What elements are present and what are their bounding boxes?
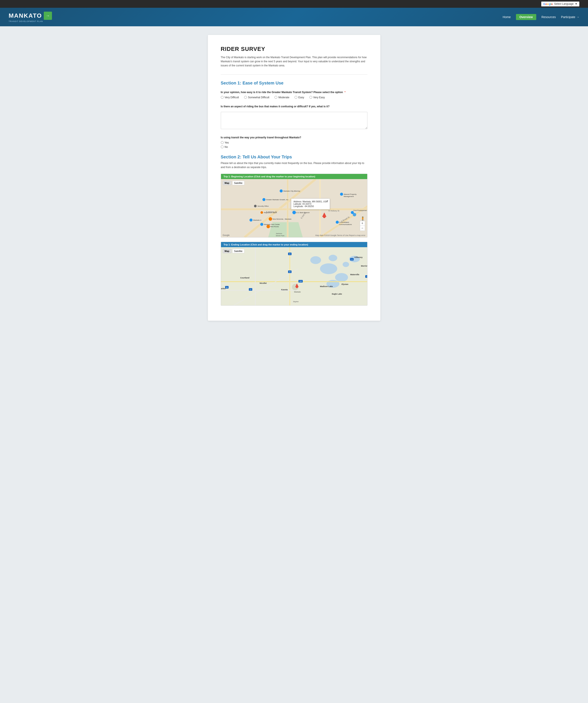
q1-radio-group: Very Difficult Somewhat Difficult Modera…	[221, 96, 367, 99]
top-bar: Google Select Language ▼	[0, 0, 588, 8]
section2-description: Please tell us about the trips that you …	[221, 161, 367, 169]
nav-participate[interactable]: Participate →	[561, 15, 579, 19]
survey-title: RIDER SURVEY	[221, 46, 367, 52]
logo-text: MANKATO	[9, 12, 42, 19]
q2-label: Is there an aspect of riding the bus tha…	[221, 105, 367, 108]
svg-text:Nicollet: Nicollet	[260, 282, 267, 284]
google-logo: Google	[543, 2, 553, 6]
section2-title: Section 2: Tell Us About Your Trips	[221, 155, 367, 159]
main-nav: Home Overview Resources Participate →	[503, 14, 579, 20]
q1-label: In your opinion, how easy is it to ride …	[221, 91, 367, 94]
svg-text:Mankato 4: Mankato 4	[253, 219, 261, 221]
map1-footer: Map data ©2018 Google Terms of Use Repor…	[315, 234, 365, 236]
svg-text:Greater Mankato Growth, Inc: Greater Mankato Growth, Inc	[266, 199, 288, 201]
nav-overview[interactable]: Overview	[516, 14, 536, 20]
svg-point-29	[267, 225, 270, 228]
svg-text:Consolidated: Consolidated	[339, 221, 349, 223]
svg-point-27	[269, 217, 272, 221]
svg-text:Red Rocks: Red Rocks	[270, 226, 279, 228]
survey-description: The City of Mankato is starting work on …	[221, 55, 367, 68]
q1-radio-somewhat-difficult[interactable]	[244, 96, 247, 99]
svg-text:Management: Management	[344, 196, 354, 198]
svg-text:99: 99	[289, 271, 291, 272]
q2-textarea[interactable]	[221, 112, 367, 129]
svg-text:Communications: Communications	[339, 224, 352, 225]
popup-close-icon[interactable]: ✕	[326, 200, 328, 203]
svg-text:Searles: Searles	[221, 288, 226, 290]
svg-text:Mankato: Mankato	[294, 291, 301, 293]
nav-resources[interactable]: Resources	[541, 15, 556, 19]
svg-point-37	[292, 211, 296, 214]
map2-container: Trip 1: Ending Location (Click and drag …	[221, 242, 367, 306]
svg-text:Mankato City Attorney: Mankato City Attorney	[283, 190, 300, 192]
map1-area[interactable]: S 2nd St S Broad St E Hickory St E Hicko…	[221, 179, 367, 237]
map2-tab-satellite[interactable]: Satellite	[232, 249, 244, 253]
map1-header: Trip 1: Beginning Location (Click and dr…	[221, 174, 367, 179]
q1-option-very-easy[interactable]: Very Easy	[309, 96, 325, 99]
q1-radio-moderate[interactable]	[275, 96, 277, 99]
map1-zoom-controls: + −	[360, 221, 365, 231]
q3-radio-yes[interactable]	[221, 141, 224, 144]
svg-text:Jackson: Jackson	[276, 233, 282, 234]
q3-radio-no[interactable]	[221, 146, 224, 148]
svg-text:Madison Lake: Madison Lake	[320, 285, 333, 288]
svg-text:165: 165	[299, 281, 302, 282]
map1-controls: Map Satellite	[223, 181, 244, 185]
q3-option-yes[interactable]: Yes	[221, 141, 367, 144]
svg-text:Skyline: Skyline	[293, 301, 299, 303]
map1-tab-satellite[interactable]: Satellite	[232, 181, 244, 185]
svg-text:Atwood Property: Atwood Property	[344, 193, 356, 195]
street-view-icon[interactable]: 🧍	[360, 216, 365, 221]
q1-label-somewhat-difficult: Somewhat Difficult	[248, 96, 269, 99]
q1-radio-easy[interactable]	[295, 96, 297, 99]
q3-label: Is using transit the way you primarily t…	[221, 136, 367, 139]
select-language-label: Select Language	[554, 2, 574, 5]
q1-option-somewhat-difficult[interactable]: Somewhat Difficult	[244, 96, 269, 99]
popup-longitude: Longitude: -94.00250	[293, 205, 327, 208]
q3-radio-group: Yes No	[221, 141, 367, 149]
map2-header: Trip 1: Ending Location (Click and drag …	[221, 242, 367, 247]
svg-point-25	[260, 223, 263, 226]
q1-option-moderate[interactable]: Moderate	[275, 96, 289, 99]
svg-text:Elysian: Elysian	[342, 283, 349, 285]
map2-controls: Map Satellite	[223, 249, 244, 253]
svg-point-49	[320, 263, 337, 274]
main-content: RIDER SURVEY The City of Mankato is star…	[208, 35, 380, 321]
question-1: In your opinion, how easy is it to ride …	[221, 91, 367, 99]
svg-text:First Presbyterian Church: First Presbyterian Church	[353, 210, 367, 212]
svg-text:13: 13	[351, 259, 353, 260]
popup-latitude: Latitude: 44.16473	[293, 203, 327, 205]
q1-option-very-difficult[interactable]: Very Difficult	[221, 96, 239, 99]
svg-point-23	[249, 219, 252, 222]
svg-text:13: 13	[366, 276, 367, 278]
question-3: Is using transit the way you primarily t…	[221, 136, 367, 149]
svg-point-17	[263, 198, 266, 201]
svg-text:New Bohemia - Mankato: New Bohemia - Mankato	[273, 218, 292, 220]
svg-text:68: 68	[226, 287, 228, 288]
svg-text:Street Park: Street Park	[276, 235, 285, 237]
zoom-in-button[interactable]: +	[360, 221, 365, 226]
map2-tab-map[interactable]: Map	[223, 249, 231, 253]
q1-label-moderate: Moderate	[278, 96, 289, 99]
svg-point-41	[336, 221, 339, 224]
svg-text:Kilkenny: Kilkenny	[355, 256, 363, 258]
q1-radio-very-easy[interactable]	[309, 96, 312, 99]
map2-area[interactable]: 99 99 165 22 68 13 13 Kasota Nicollet Co…	[221, 247, 367, 305]
q3-option-no[interactable]: No	[221, 146, 367, 149]
zoom-out-button[interactable]: −	[360, 226, 365, 231]
svg-point-91	[296, 286, 298, 288]
google-translate-button[interactable]: Google Select Language ▼	[541, 2, 579, 6]
q1-option-easy[interactable]: Easy	[295, 96, 304, 99]
q3-label-yes: Yes	[225, 141, 229, 144]
map1-container: Trip 1: Beginning Location (Click and dr…	[221, 174, 367, 237]
dropdown-arrow-icon: ▼	[575, 2, 577, 5]
nav-home[interactable]: Home	[503, 15, 511, 19]
svg-text:U.S. Bank Branch: U.S. Bank Branch	[296, 212, 310, 214]
svg-text:99: 99	[289, 253, 291, 255]
svg-text:Mankato Test Center: Mankato Test Center	[264, 224, 280, 225]
map1-tab-map[interactable]: Map	[223, 181, 231, 185]
svg-point-53	[343, 262, 349, 267]
logo-arrow: →	[44, 12, 52, 20]
q1-radio-very-difficult[interactable]	[221, 96, 224, 99]
svg-point-19	[254, 205, 256, 207]
